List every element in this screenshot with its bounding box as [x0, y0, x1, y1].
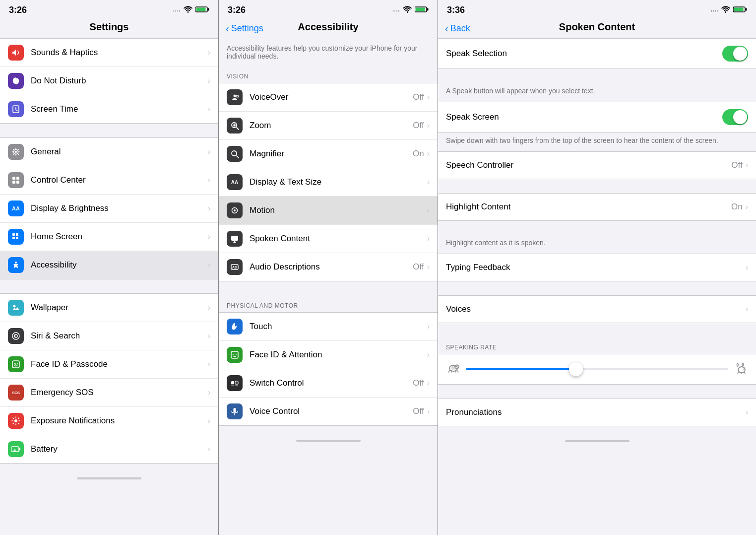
- speak-selection-toggle[interactable]: [722, 46, 748, 62]
- speech-controller-group: Speech Controller Off ›: [438, 151, 756, 179]
- speaking-rate-slider-row: [438, 354, 756, 384]
- settings-item-donotdisturb[interactable]: Do Not Disturb ›: [0, 67, 218, 95]
- voices-row[interactable]: Voices ›: [438, 296, 756, 323]
- settings-item-sos[interactable]: SOS Emergency SOS ›: [0, 379, 218, 407]
- highlight-content-label: Highlight Content: [446, 202, 731, 212]
- svg-point-19: [15, 335, 16, 336]
- speaking-rate-thumb[interactable]: [569, 362, 583, 376]
- acc-item-voiceover[interactable]: VoiceOver Off ›: [219, 83, 438, 112]
- speak-screen-row[interactable]: Speak Screen: [438, 102, 756, 132]
- speech-controller-row[interactable]: Speech Controller Off ›: [438, 152, 756, 179]
- speaking-rate-fill: [466, 368, 576, 370]
- status-icons-p1: ····: [173, 6, 209, 14]
- typing-feedback-group: Typing Feedback ›: [438, 254, 756, 281]
- physical-section-header: PHYSICAL AND MOTOR: [219, 295, 438, 312]
- accessibility-chevron: ›: [208, 261, 210, 269]
- homescreen-icon: [8, 229, 24, 245]
- settings-item-homescreen[interactable]: Home Screen ›: [0, 223, 218, 251]
- voices-chevron: ›: [746, 305, 748, 314]
- highlight-content-row[interactable]: Highlight Content On ›: [438, 194, 756, 220]
- acc-item-displaytext[interactable]: AA Display & Text Size ›: [219, 168, 438, 197]
- pronunciations-row[interactable]: Pronunciations ›: [438, 399, 756, 426]
- voiceover-value: Off: [413, 92, 424, 102]
- speak-selection-row[interactable]: Speak Selection: [438, 39, 756, 68]
- settings-group-1: Sounds & Haptics › Do Not Disturb ›: [0, 38, 218, 124]
- voicecontrol-icon: [227, 403, 243, 419]
- svg-rect-38: [235, 381, 238, 384]
- acc-item-zoom[interactable]: Zoom Off ›: [219, 112, 438, 140]
- svg-rect-33: [231, 236, 238, 241]
- voices-group: Voices ›: [438, 295, 756, 323]
- signal-icon-p3: ····: [710, 6, 718, 14]
- status-bar-panel1: 3:26 ····: [0, 0, 218, 18]
- controlcenter-label: Control Center: [31, 175, 208, 185]
- motion-chevron: ›: [427, 206, 430, 215]
- settings-item-siri[interactable]: Siri & Search ›: [0, 322, 218, 350]
- settings-item-wallpaper[interactable]: Wallpaper ›: [0, 294, 218, 322]
- acc-item-touch[interactable]: Touch ›: [219, 313, 438, 341]
- settings-item-screentime[interactable]: Screen Time ›: [0, 95, 218, 123]
- svg-rect-41: [234, 408, 236, 412]
- audiodesc-icon: AD: [227, 259, 243, 275]
- svg-point-21: [14, 419, 17, 422]
- dnd-chevron: ›: [208, 76, 210, 85]
- vision-group: VoiceOver Off › Zoom Off ›: [219, 83, 438, 281]
- acc-item-faceidatt[interactable]: Face ID & Attention ›: [219, 341, 438, 369]
- settings-item-sounds[interactable]: Sounds & Haptics ›: [0, 39, 218, 67]
- settings-item-exposure[interactable]: Exposure Notifications ›: [0, 407, 218, 435]
- controlcenter-icon: [8, 172, 24, 188]
- acc-item-audiodesc[interactable]: AD Audio Descriptions Off ›: [219, 253, 438, 281]
- spoken-content-back-button[interactable]: ‹ Back: [445, 23, 470, 33]
- homescreen-label: Home Screen: [31, 232, 208, 242]
- zoom-value: Off: [413, 121, 424, 131]
- wallpaper-icon: [8, 300, 24, 316]
- spoken-content-title: Spoken Content: [559, 21, 635, 32]
- status-bar-p2: 3:26 ····: [219, 0, 438, 18]
- speak-selection-label: Speak Selection: [446, 49, 722, 59]
- magnifier-value: On: [413, 149, 424, 159]
- svg-point-5: [15, 151, 17, 153]
- exposure-label: Exposure Notifications: [31, 416, 208, 426]
- typing-feedback-row[interactable]: Typing Feedback ›: [438, 254, 756, 281]
- siri-label: Siri & Search: [31, 331, 208, 341]
- settings-item-faceid[interactable]: Face ID & Passcode ›: [0, 350, 218, 379]
- settings-item-general[interactable]: General ›: [0, 138, 218, 166]
- switchcontrol-chevron: ›: [427, 379, 430, 388]
- display-label: Display & Brightness: [31, 203, 208, 213]
- acc-item-switchcontrol[interactable]: Switch Control Off ›: [219, 369, 438, 398]
- settings-item-accessibility[interactable]: Accessibility ›: [0, 251, 218, 279]
- settings-item-battery[interactable]: Battery ›: [0, 435, 218, 463]
- speech-controller-label: Speech Controller: [446, 160, 731, 170]
- displaytext-label: Display & Text Size: [250, 177, 427, 187]
- svg-point-27: [234, 95, 236, 97]
- acc-item-voicecontrol[interactable]: Voice Control Off ›: [219, 398, 438, 425]
- accessibility-nav-title: Accessibility: [298, 21, 358, 32]
- speech-controller-chevron: ›: [746, 161, 748, 170]
- settings-group-2: General › Control Center › AA: [0, 137, 218, 279]
- settings-item-display[interactable]: AA Display & Brightness ›: [0, 195, 218, 223]
- faceidatt-label: Face ID & Attention: [250, 350, 427, 360]
- back-chevron-p2: ‹: [226, 23, 229, 33]
- settings-item-controlcenter[interactable]: Control Center ›: [0, 166, 218, 195]
- highlight-content-chevron: ›: [746, 202, 748, 211]
- speak-screen-toggle[interactable]: [722, 109, 748, 125]
- general-chevron: ›: [208, 147, 210, 156]
- magnifier-chevron: ›: [427, 149, 430, 158]
- sounds-chevron: ›: [208, 48, 210, 57]
- highlight-content-value: On: [731, 202, 743, 212]
- accessibility-back-button[interactable]: ‹ Settings: [226, 23, 263, 33]
- acc-item-magnifier[interactable]: Magnifier On ›: [219, 140, 438, 168]
- switchcontrol-value: Off: [413, 378, 424, 388]
- acc-item-motion[interactable]: Motion ›: [219, 197, 438, 225]
- exposure-chevron: ›: [208, 416, 210, 425]
- accessibility-label: Accessibility: [31, 260, 208, 270]
- magnifier-label: Magnifier: [250, 149, 413, 159]
- display-icon: AA: [8, 201, 24, 216]
- svg-rect-39: [231, 385, 234, 386]
- back-label-p3: Back: [450, 23, 470, 33]
- svg-rect-14: [16, 237, 18, 239]
- dnd-icon: [8, 73, 24, 89]
- physical-group: Touch › Face ID & Attention ›: [219, 312, 438, 426]
- spoken-content-list: Speak Selection A Speak button will appe…: [438, 38, 756, 535]
- acc-item-spokencontent[interactable]: Spoken Content ›: [219, 225, 438, 253]
